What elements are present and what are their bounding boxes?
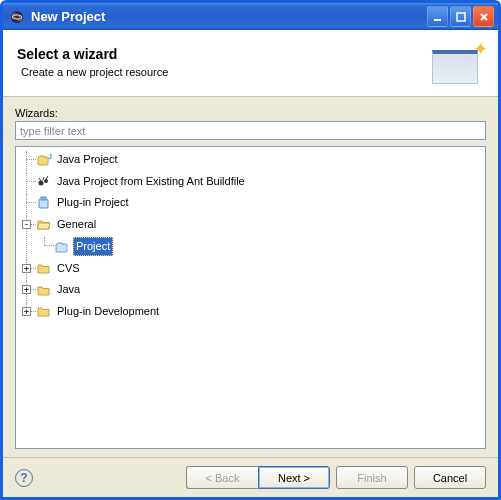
svg-point-0	[11, 11, 23, 23]
plugin-project-icon	[36, 195, 52, 211]
close-button[interactable]	[473, 6, 494, 27]
tree-expander	[40, 241, 49, 250]
filter-input[interactable]	[15, 121, 486, 140]
project-icon	[54, 239, 70, 255]
folder-icon	[36, 303, 52, 319]
svg-point-8	[44, 179, 48, 183]
tree-item-java-project-ant[interactable]: Java Project from Existing Ant Buildfile	[55, 173, 247, 190]
header-subtitle: Create a new project resource	[17, 66, 428, 78]
tree-item-java[interactable]: Java	[55, 281, 82, 298]
titlebar[interactable]: New Project	[3, 3, 498, 30]
tree-expander	[22, 155, 31, 164]
minimize-button[interactable]	[427, 6, 448, 27]
tree-expand[interactable]: +	[22, 307, 31, 316]
wizard-tree[interactable]: J Java Project Java Project from Existin…	[15, 146, 486, 449]
eclipse-app-icon	[9, 9, 25, 25]
help-icon[interactable]: ?	[15, 469, 33, 487]
tree-item-cvs[interactable]: CVS	[55, 260, 82, 277]
tree-expand[interactable]: +	[22, 264, 31, 273]
header-title: Select a wizard	[17, 46, 428, 62]
java-project-icon: J	[36, 152, 52, 168]
tree-expand[interactable]: +	[22, 285, 31, 294]
svg-rect-12	[56, 244, 67, 252]
tree-expander	[22, 198, 31, 207]
svg-rect-10	[41, 197, 43, 200]
tree-item-plugin-dev[interactable]: Plug-in Development	[55, 303, 161, 320]
maximize-button[interactable]	[450, 6, 471, 27]
folder-open-icon	[36, 216, 52, 232]
tree-item-plugin-project[interactable]: Plug-in Project	[55, 194, 131, 211]
wizards-label: Wizards:	[15, 107, 486, 119]
folder-icon	[36, 282, 52, 298]
dialog-footer: ? < Back Next > Finish Cancel	[3, 457, 498, 497]
window-title: New Project	[31, 9, 427, 24]
ant-icon	[36, 173, 52, 189]
tree-item-project-selected[interactable]: Project	[73, 237, 113, 256]
tree-expander	[22, 177, 31, 186]
svg-rect-3	[434, 19, 441, 21]
tree-item-general[interactable]: General	[55, 216, 98, 233]
svg-rect-5	[38, 157, 48, 165]
folder-icon	[36, 260, 52, 276]
tree-collapse[interactable]: -	[22, 220, 31, 229]
next-button[interactable]: Next >	[258, 466, 330, 489]
dialog-header: Select a wizard Create a new project res…	[3, 30, 498, 97]
svg-point-7	[39, 181, 44, 186]
tree-item-java-project[interactable]: Java Project	[55, 151, 120, 168]
wizard-banner-icon: ✦	[428, 40, 486, 84]
svg-rect-4	[457, 13, 465, 21]
svg-text:J: J	[48, 153, 52, 160]
cancel-button[interactable]: Cancel	[414, 466, 486, 489]
back-button: < Back	[186, 466, 258, 489]
svg-rect-11	[44, 197, 46, 200]
finish-button: Finish	[336, 466, 408, 489]
